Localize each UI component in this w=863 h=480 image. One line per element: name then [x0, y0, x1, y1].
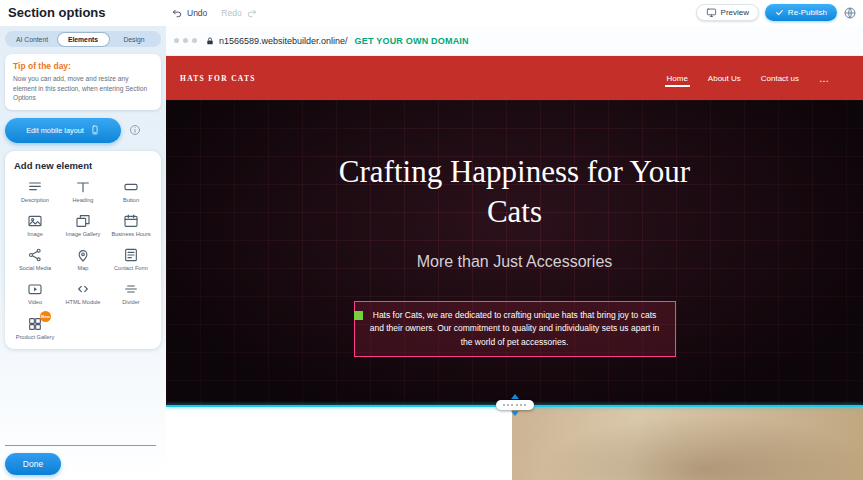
resize-handle-left[interactable]	[354, 311, 363, 320]
element-product-gallery[interactable]: New Product Gallery	[12, 316, 58, 341]
element-label: Button	[123, 197, 139, 204]
divider-icon	[123, 281, 139, 297]
image-icon	[27, 213, 43, 229]
social-media-icon	[27, 247, 43, 263]
preview-button[interactable]: Preview	[696, 4, 759, 21]
site-preview-area: n1566589.websitebuilder.online/ GET YOUR…	[166, 26, 863, 480]
undo-label: Undo	[187, 8, 207, 18]
nav-contact-us[interactable]: Contact us	[759, 66, 801, 91]
element-label: Product Gallery	[16, 334, 55, 341]
element-label: Image Gallery	[66, 231, 101, 238]
tab-elements[interactable]: Elements	[58, 33, 109, 46]
get-own-domain-link[interactable]: GET YOUR OWN DOMAIN	[355, 36, 469, 46]
window-dot	[174, 38, 179, 43]
window-dot	[183, 38, 188, 43]
redo-button[interactable]: Redo	[221, 8, 256, 19]
republish-button[interactable]: Re-Publish	[765, 4, 837, 21]
code-icon	[75, 281, 91, 297]
hero-text-element[interactable]: Hats for Cats, we are dedicated to craft…	[354, 301, 676, 358]
tab-design[interactable]: Design	[109, 33, 160, 46]
page-title: Section options	[8, 5, 106, 20]
topbar: Section options Undo Redo Preview Re-Pub…	[0, 0, 863, 26]
tip-card: Tip of the day: Now you can add, move an…	[5, 54, 161, 110]
description-icon	[27, 179, 43, 195]
tip-title: Tip of the day:	[13, 61, 153, 71]
new-badge: New	[40, 311, 51, 322]
add-element-panel: Add new element Description Heading Butt…	[5, 151, 161, 349]
element-label: Divider	[122, 299, 139, 306]
element-divider[interactable]: Divider	[108, 281, 154, 306]
element-label: Contact Form	[114, 265, 148, 272]
element-map[interactable]: Map	[60, 247, 106, 272]
nav-home[interactable]: Home	[665, 66, 690, 91]
element-description[interactable]: Description	[12, 179, 58, 204]
undo-button[interactable]: Undo	[172, 8, 207, 19]
element-social-media[interactable]: Social Media	[12, 247, 58, 272]
republish-label: Re-Publish	[788, 8, 827, 17]
next-section	[166, 406, 863, 480]
redo-label: Redo	[221, 8, 241, 18]
contact-form-icon	[123, 247, 139, 263]
sidebar: AI Content Elements Design Tip of the da…	[0, 26, 166, 480]
info-icon[interactable]	[129, 124, 141, 136]
history-controls: Undo Redo	[172, 0, 257, 26]
element-contact-form[interactable]: Contact Form	[108, 247, 154, 272]
site-nav: Home About Us Contact us …	[665, 66, 850, 91]
redo-icon	[246, 8, 257, 19]
window-dots	[174, 38, 197, 43]
element-image[interactable]: Image	[12, 213, 58, 238]
section-resize-handle[interactable]	[496, 394, 534, 416]
phone-icon	[90, 124, 100, 136]
element-image-gallery[interactable]: Image Gallery	[60, 213, 106, 238]
business-hours-icon	[123, 213, 139, 229]
element-label: Social Media	[19, 265, 51, 272]
next-section-image	[512, 406, 863, 480]
element-label: Video	[28, 299, 42, 306]
heading-icon	[75, 179, 91, 195]
drag-grip	[496, 400, 534, 410]
element-grid: Description Heading Button Image Image G…	[12, 179, 154, 341]
element-business-hours[interactable]: Business Hours	[108, 213, 154, 238]
map-pin-icon	[75, 247, 91, 263]
window-dot	[192, 38, 197, 43]
done-button[interactable]: Done	[5, 453, 61, 475]
element-label: Heading	[73, 197, 94, 204]
sidebar-divider	[5, 445, 156, 446]
tab-ai-content[interactable]: AI Content	[7, 33, 58, 46]
element-label: Description	[21, 197, 49, 204]
monitor-icon	[706, 7, 717, 18]
element-label: HTML Module	[66, 299, 101, 306]
tip-body: Now you can add, move and resize any ele…	[13, 74, 153, 103]
sidebar-tabs: AI Content Elements Design	[5, 31, 161, 47]
element-label: Image	[27, 231, 43, 238]
edit-mobile-label: Edit mobile layout	[26, 126, 84, 135]
element-html-module[interactable]: HTML Module	[60, 281, 106, 306]
site-header: HATS FOR CATS Home About Us Contact us …	[166, 56, 863, 100]
check-icon	[775, 8, 784, 17]
globe-icon[interactable]	[843, 6, 857, 20]
lock-icon	[205, 36, 215, 46]
next-section-blank	[166, 406, 512, 480]
element-video[interactable]: Video	[12, 281, 58, 306]
mobile-row: Edit mobile layout	[5, 118, 161, 143]
nav-about-us[interactable]: About Us	[706, 66, 743, 91]
arrow-down-icon	[511, 411, 519, 416]
hero-title[interactable]: Crafting Happiness for Your Cats	[325, 152, 705, 233]
hero-text: Hats for Cats, we are dedicated to craft…	[370, 310, 660, 347]
site-url: n1566589.websitebuilder.online/	[219, 36, 348, 46]
element-label: Business Hours	[111, 231, 150, 238]
arrow-up-icon	[511, 394, 519, 399]
browser-bar: n1566589.websitebuilder.online/ GET YOUR…	[166, 26, 863, 56]
site-logo[interactable]: HATS FOR CATS	[180, 74, 256, 83]
nav-more-icon[interactable]: …	[817, 73, 831, 84]
add-element-title: Add new element	[14, 160, 154, 171]
edit-mobile-layout-button[interactable]: Edit mobile layout	[5, 118, 121, 143]
video-icon	[27, 281, 43, 297]
element-button[interactable]: Button	[108, 179, 154, 204]
element-heading[interactable]: Heading	[60, 179, 106, 204]
undo-icon	[172, 8, 183, 19]
hero-section: Crafting Happiness for Your Cats More th…	[166, 100, 863, 406]
preview-label: Preview	[721, 8, 749, 17]
hero-subtitle[interactable]: More than Just Accessories	[417, 253, 613, 271]
element-label: Map	[78, 265, 89, 272]
